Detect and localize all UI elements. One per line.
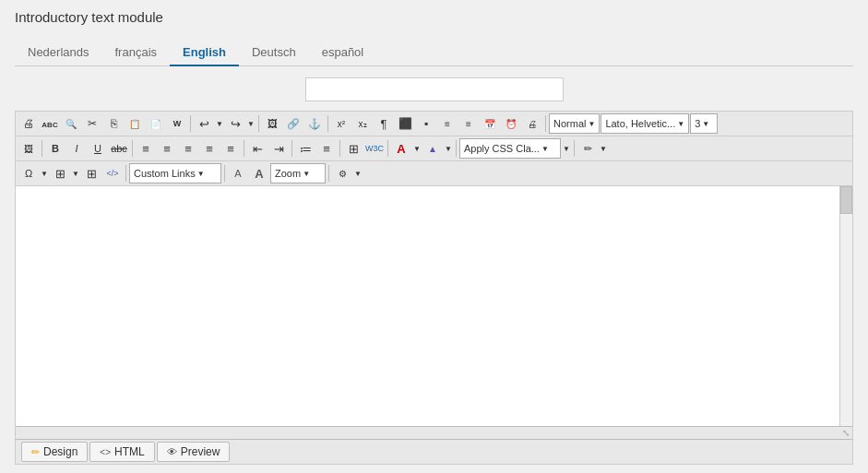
pastetext-button[interactable] [146,113,166,134]
ul-button[interactable] [316,138,337,159]
align-full-button[interactable]: ≡ [220,138,241,159]
page-container: Introductory text module Nederlands fran… [0,0,868,465]
tab-fr[interactable]: français [102,40,171,66]
preview-tab[interactable]: Preview [157,442,231,462]
fontcolor-button[interactable] [391,138,411,159]
cssclass-dropdown[interactable]: Apply CSS Cla... ▼ [459,138,561,159]
sep4 [545,115,546,132]
special-dd[interactable]: ▼ [40,163,49,183]
preview-tab-label: Preview [181,445,220,458]
paste-button[interactable] [125,113,145,134]
toolbar-row2: 🖼 B I U abc ≡ ≡ ≡ ≡ ≡ W3C [16,136,852,161]
align-justify-button[interactable]: ≡ [199,138,220,159]
fontcolor-dd[interactable]: ▼ [412,138,422,159]
print-button[interactable] [18,113,39,134]
pencil-dd[interactable]: ▼ [599,138,608,159]
redo-dropdown[interactable]: ▼ [246,113,256,134]
sep8 [291,140,292,157]
toolbar-row1: W ▼ ▼ ⬛ ▪ ≡ ≡ 📅 ⏰ 🖨 [16,112,852,136]
ltr-btn[interactable]: ≡ [437,113,458,134]
bold-button[interactable]: B [45,138,65,159]
tab-en[interactable]: English [170,40,239,66]
resize-handle[interactable]: ⤡ [842,428,850,438]
format-dropdown[interactable]: Normal ▼ [549,113,600,134]
html-tab[interactable]: HTML [89,442,154,462]
sup-button[interactable] [331,113,351,134]
align-left-button[interactable]: ≡ [136,138,156,159]
source-button[interactable]: W3C [364,138,385,159]
sub-button[interactable] [352,113,373,134]
outdent-button[interactable] [247,138,268,159]
editor-area[interactable] [16,186,852,426]
code-button[interactable]: </> [102,163,123,183]
tab-es[interactable]: español [309,40,377,66]
bgcolor-button[interactable] [422,138,443,159]
align-center-button[interactable]: ≡ [157,138,177,159]
cut-button[interactable] [82,113,102,134]
scrollbar-thumb[interactable] [840,186,852,214]
print2-button[interactable]: 🖨 [522,113,542,134]
indent-button[interactable] [268,138,289,159]
strikethrough-button[interactable]: abc [109,138,129,159]
html-icon [100,445,111,458]
italic-button[interactable]: I [66,138,87,159]
tab-nl[interactable]: Nederlands [15,40,102,66]
customlinks-dropdown[interactable]: Custom Links ▼ [129,163,221,183]
redo-button[interactable] [225,113,245,134]
sep5 [42,140,42,157]
link-button[interactable] [283,113,303,134]
zoom-a-button[interactable]: A [228,163,248,183]
cssclass-dd2[interactable]: ▼ [562,138,571,159]
table2-button[interactable]: ⊞ [50,163,70,183]
pasteword-button[interactable]: W [167,113,187,134]
tools-dd[interactable]: ▼ [353,163,363,183]
preview-icon [167,445,177,458]
scrollbar-track[interactable] [839,186,852,426]
tools-button[interactable]: ⚙ [332,163,352,183]
date-button[interactable]: 📅 [480,113,500,134]
editor-wrapper [16,186,852,426]
align-left-btn[interactable]: ⬛ [395,113,415,134]
image-button[interactable] [262,113,282,134]
title-input-row [15,77,853,101]
bottom-tabs: Design HTML Preview [16,439,852,464]
anchor-button[interactable] [304,113,325,134]
page-title: Introductory text module [15,9,853,25]
undo-dropdown[interactable]: ▼ [215,113,224,134]
img2-button[interactable]: 🖼 [18,138,39,159]
zoom-b-button[interactable]: A [249,163,269,183]
align-right-btn[interactable]: ▪ [416,113,436,134]
tab-de[interactable]: Deutsch [239,40,309,66]
special-button[interactable]: Ω [18,163,39,183]
editor-container: W ▼ ▼ ⬛ ▪ ≡ ≡ 📅 ⏰ 🖨 [15,111,853,465]
design-icon [31,445,40,458]
underline-button[interactable]: U [88,138,108,159]
table-button[interactable] [343,138,363,159]
pencil-button[interactable] [577,138,598,159]
design-tab[interactable]: Design [21,442,88,462]
zoom-dropdown[interactable]: Zoom ▼ [270,163,326,183]
size-dropdown[interactable]: 3 ▼ [690,113,718,134]
bgcolor-dd[interactable]: ▼ [444,138,453,159]
font-dropdown[interactable]: Lato, Helvetic... ▼ [600,113,689,134]
table2-dd[interactable]: ▼ [71,163,80,183]
title-input[interactable] [305,77,564,101]
ol-button[interactable] [295,138,315,159]
sep3 [327,115,328,132]
bottom-status-bar: ⤡ [16,426,852,439]
sep7 [244,140,244,157]
toolbar-row3: Ω ▼ ⊞ ▼ ⊞ </> Custom Links ▼ A A Zoom ▼ [16,161,852,186]
time-button[interactable]: ⏰ [501,113,521,134]
spellcheck-button[interactable] [40,113,60,134]
undo-button[interactable] [194,113,214,134]
find-button[interactable] [61,113,81,134]
copy-button[interactable] [103,113,124,134]
table3-button[interactable]: ⊞ [81,163,101,183]
sep2 [258,115,259,132]
align-right-button[interactable]: ≡ [178,138,198,159]
rtl-btn[interactable]: ≡ [458,113,479,134]
sep11 [456,140,457,157]
para-button[interactable] [374,113,394,134]
sep12 [574,140,575,157]
sep15 [328,165,329,182]
